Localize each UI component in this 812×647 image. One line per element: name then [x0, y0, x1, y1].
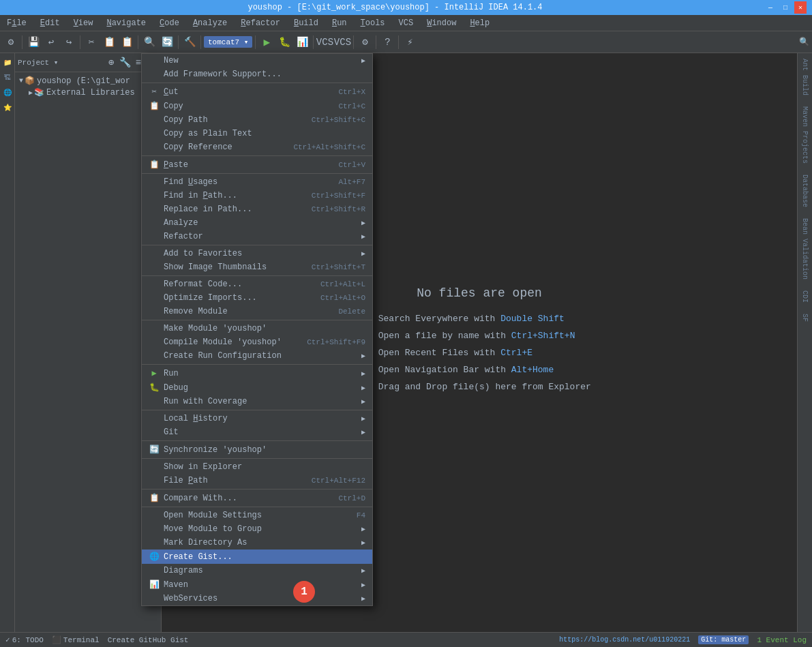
- menu-build[interactable]: Build: [290, 17, 322, 29]
- ctx-copy-icon: 📋: [149, 101, 160, 111]
- toolbar-run-button[interactable]: ▶: [258, 34, 275, 50]
- ctx-paste[interactable]: 📋 Paste Ctrl+V: [142, 157, 372, 172]
- project-ctrl-1[interactable]: ⊕: [105, 57, 117, 69]
- toolbar-paste[interactable]: 📋: [119, 34, 135, 50]
- status-todo[interactable]: ✓ 6: TODO: [5, 635, 44, 644]
- toolbar-debug-button[interactable]: 🐛: [276, 34, 292, 50]
- ctx-make-module[interactable]: Make Module 'youshop': [142, 322, 372, 335]
- ctx-run-coverage[interactable]: Run with Coverage ▶: [142, 395, 372, 408]
- ctx-open-module-settings[interactable]: Open Module Settings F4: [142, 509, 372, 522]
- todo-label: 6: TODO: [12, 636, 44, 644]
- toolbar-cut[interactable]: ✂: [83, 34, 100, 50]
- ctx-add-favorites[interactable]: Add to Favorites ▶: [142, 247, 372, 260]
- right-sidebar: Ant Build Maven Projects Database Bean V…: [797, 53, 812, 632]
- toolbar-vcs-2[interactable]: VCS: [334, 34, 350, 50]
- tree-item-ext-libs[interactable]: ▶ 📚 External Libraries: [18, 87, 158, 98]
- menu-analyze[interactable]: Analyze: [189, 17, 231, 29]
- ctx-remove-module[interactable]: Remove Module Delete: [142, 305, 372, 318]
- ctx-cut[interactable]: ✂ Cut Ctrl+X: [142, 85, 372, 99]
- menu-file[interactable]: File: [3, 17, 31, 29]
- menu-navigate[interactable]: Navigate: [102, 17, 150, 29]
- toolbar-settings[interactable]: ⚙: [357, 34, 373, 50]
- toolbar-forward[interactable]: ↪: [61, 34, 77, 50]
- right-panel-cdi[interactable]: CDI: [801, 288, 809, 305]
- ctx-local-history[interactable]: Local History ▶: [142, 412, 372, 425]
- ctx-show-thumbnails[interactable]: Show Image Thumbnails Ctrl+Shift+T: [142, 260, 372, 274]
- toolbar-replace[interactable]: 🔄: [159, 34, 175, 50]
- toolbar-icon-1[interactable]: ⚙: [3, 34, 19, 50]
- menu-run[interactable]: Run: [328, 17, 351, 29]
- ctx-create-gist[interactable]: 🌐 Create Gist...: [142, 550, 372, 564]
- ctx-git[interactable]: Git ▶: [142, 425, 372, 439]
- sidebar-web-icon[interactable]: 🌐: [1, 86, 14, 100]
- menu-view[interactable]: View: [70, 17, 97, 29]
- status-url: https://blog.csdn.net/u011920221: [559, 636, 690, 644]
- ctx-mark-directory[interactable]: Mark Directory As ▶: [142, 536, 372, 550]
- event-log[interactable]: 1 Event Log: [757, 636, 807, 644]
- toolbar-help[interactable]: ?: [379, 34, 395, 50]
- ctx-optimize[interactable]: Optimize Imports... Ctrl+Alt+O: [142, 291, 372, 305]
- right-panel-bean-validation[interactable]: Bean Validation: [801, 215, 809, 282]
- ctx-maven[interactable]: 📊 Maven ▶: [142, 577, 372, 592]
- ctx-copy[interactable]: 📋 Copy Ctrl+C: [142, 99, 372, 113]
- ctx-add-framework[interactable]: Add Framework Support...: [142, 67, 372, 81]
- ctx-synchronize[interactable]: 🔄 Synchronize 'youshop': [142, 442, 372, 457]
- ctx-move-module-group[interactable]: Move Module to Group ▶: [142, 522, 372, 536]
- sidebar-favorites-icon[interactable]: ⭐: [1, 101, 14, 115]
- menu-window[interactable]: Window: [423, 17, 460, 29]
- menu-edit[interactable]: Edit: [36, 17, 64, 29]
- menu-help[interactable]: Help: [466, 17, 494, 29]
- right-panel-database[interactable]: Database: [801, 172, 809, 210]
- maximize-button[interactable]: □: [779, 1, 792, 14]
- toolbar-build[interactable]: 🔨: [181, 34, 198, 50]
- menu-vcs[interactable]: VCS: [395, 17, 418, 29]
- right-panel-maven[interactable]: Maven Projects: [801, 104, 809, 166]
- toolbar-sep-10: [398, 35, 399, 49]
- ctx-analyze[interactable]: Analyze ▶: [142, 216, 372, 230]
- ctx-show-explorer[interactable]: Show in Explorer: [142, 460, 372, 474]
- ctx-compile-module[interactable]: Compile Module 'youshop' Ctrl+Shift+F9: [142, 335, 372, 349]
- git-branch-badge[interactable]: Git: master: [698, 635, 749, 644]
- ctx-compare-with[interactable]: 📋 Compare With... Ctrl+D: [142, 491, 372, 505]
- toolbar-back[interactable]: ↩: [43, 34, 59, 50]
- project-ctrl-2[interactable]: 🔧: [119, 57, 131, 69]
- ctx-run[interactable]: ▶ Run ▶: [142, 366, 372, 380]
- ctx-copy-path[interactable]: Copy Path Ctrl+Shift+C: [142, 113, 372, 127]
- tree-item-youshop[interactable]: ▼ 📦 youshop (E:\git_wor: [18, 75, 158, 87]
- minimize-button[interactable]: —: [764, 1, 777, 14]
- ctx-debug[interactable]: 🐛 Debug ▶: [142, 380, 372, 395]
- ctx-copy-plain[interactable]: Copy as Plain Text: [142, 127, 372, 140]
- ctx-sep-4: [142, 245, 372, 245]
- menu-tools[interactable]: Tools: [357, 17, 389, 29]
- toolbar-copy[interactable]: 📋: [101, 34, 117, 50]
- ctx-diagrams[interactable]: Diagrams ▶: [142, 564, 372, 577]
- toolbar-tomcat-dropdown[interactable]: tomcat7 ▾: [204, 36, 252, 48]
- close-button[interactable]: ✕: [794, 1, 807, 14]
- ctx-sep-11: [142, 489, 372, 490]
- menu-code[interactable]: Code: [155, 17, 183, 29]
- toolbar-save[interactable]: 💾: [25, 34, 42, 50]
- toolbar-coverage-button[interactable]: 📊: [294, 34, 310, 50]
- ctx-find-in-path[interactable]: Find in Path... Ctrl+Shift+F: [142, 189, 372, 202]
- ctx-webservices[interactable]: WebServices ▶: [142, 592, 372, 605]
- ctx-replace-in-path[interactable]: Replace in Path... Ctrl+Shift+R: [142, 202, 372, 216]
- ctx-find-usages[interactable]: Find Usages Alt+F7: [142, 175, 372, 189]
- todo-icon: ✓: [5, 635, 10, 644]
- sidebar-project-icon[interactable]: 📁: [1, 56, 14, 70]
- ctx-refactor[interactable]: Refactor ▶: [142, 230, 372, 243]
- ctx-new[interactable]: New ▶: [142, 54, 372, 67]
- ctx-file-path[interactable]: File Path Ctrl+Alt+F12: [142, 474, 372, 487]
- status-terminal[interactable]: ⬛ Terminal: [52, 635, 100, 644]
- toolbar-vcs-1[interactable]: VCS: [316, 34, 333, 50]
- ctx-create-run[interactable]: Create Run Configuration ▶: [142, 349, 372, 363]
- menu-refactor[interactable]: Refactor: [237, 17, 284, 29]
- right-panel-ant-build[interactable]: Ant Build: [801, 56, 809, 98]
- toolbar-search[interactable]: 🔍: [141, 34, 157, 50]
- ctx-copy-ref[interactable]: Copy Reference Ctrl+Alt+Shift+C: [142, 140, 372, 154]
- toolbar-extra[interactable]: ⚡: [402, 34, 418, 50]
- ctx-reformat[interactable]: Reformat Code... Ctrl+Alt+L: [142, 277, 372, 291]
- right-panel-sf[interactable]: SF: [801, 311, 809, 325]
- toolbar-search-right[interactable]: 🔍: [799, 37, 809, 47]
- sidebar-structure-icon[interactable]: 🏗: [1, 71, 14, 85]
- terminal-icon: ⬛: [52, 635, 61, 644]
